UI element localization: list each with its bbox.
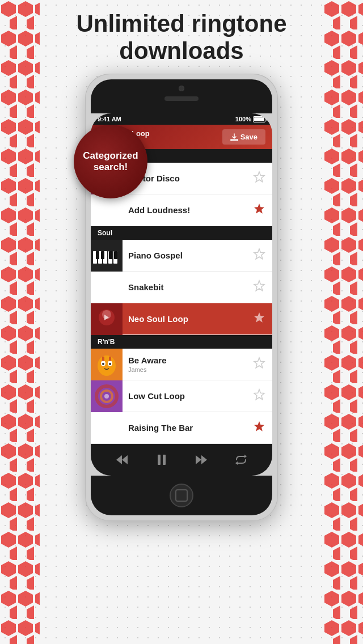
song-info-be-aware: Be Aware James xyxy=(123,355,246,373)
svg-marker-37 xyxy=(254,358,264,368)
song-star-low-cut-loop[interactable] xyxy=(246,388,272,404)
song-item-raising-the-bar[interactable]: Raising The Bar xyxy=(91,412,272,444)
loop-button[interactable] xyxy=(234,453,248,467)
song-info-low-cut-loop: Low Cut Loop xyxy=(123,391,246,401)
song-sub-be-aware: James xyxy=(128,366,240,373)
home-button-inner xyxy=(175,489,188,502)
svg-rect-5 xyxy=(323,0,363,644)
rewind-button[interactable] xyxy=(115,453,129,467)
battery-bar xyxy=(253,116,265,122)
song-thumb-low-cut-loop xyxy=(91,380,123,412)
title-line1: Unlimited ringtone xyxy=(77,10,287,37)
hex-pattern-right xyxy=(323,0,363,644)
song-star-snakebit[interactable] xyxy=(246,279,272,295)
song-star-add-loudness[interactable] xyxy=(246,202,272,218)
page-title: Unlimited ringtone downloads xyxy=(0,10,363,65)
loop-icon xyxy=(234,453,248,467)
battery-percent: 100% xyxy=(235,116,251,122)
svg-rect-18 xyxy=(96,251,99,259)
thumb-tiger-image xyxy=(91,349,123,380)
phone-top xyxy=(91,79,272,113)
hex-pattern-left xyxy=(0,0,40,644)
svg-rect-47 xyxy=(163,455,166,465)
song-item-neo-soul-loop[interactable]: Neo Soul Loop xyxy=(91,303,272,335)
svg-marker-28 xyxy=(254,312,264,323)
phone-speaker xyxy=(164,96,199,101)
song-thumb-none xyxy=(91,194,123,226)
song-info-neo-soul-loop: Neo Soul Loop xyxy=(123,314,246,324)
song-name-neo-soul-loop: Neo Soul Loop xyxy=(128,314,240,324)
svg-marker-44 xyxy=(116,455,122,464)
svg-marker-22 xyxy=(254,249,264,259)
title-line2: downloads xyxy=(119,37,243,64)
song-star-neo-soul-loop[interactable] xyxy=(246,311,272,327)
svg-marker-23 xyxy=(254,281,264,291)
status-bar: 9:41 AM 100% xyxy=(91,113,272,125)
song-item-low-cut-loop[interactable]: Low Cut Loop xyxy=(91,380,272,412)
song-item-add-loudness[interactable]: Add Loudness! xyxy=(91,194,272,226)
svg-marker-10 xyxy=(254,172,264,182)
thumb-swirl-image xyxy=(91,380,123,412)
star-icon xyxy=(253,357,265,369)
song-name-snakebit: Snakebit xyxy=(128,282,240,292)
song-star-factor-disco[interactable] xyxy=(246,171,272,187)
song-star-raising-the-bar[interactable] xyxy=(246,420,272,436)
svg-marker-48 xyxy=(196,455,201,464)
svg-marker-50 xyxy=(244,455,247,458)
song-info-piano-gospel: Piano Gospel xyxy=(123,251,246,260)
thumb-piano-image xyxy=(91,240,123,272)
phone-device: Categorized search! 9:41 AM 100% xyxy=(85,74,278,521)
song-item-snakebit[interactable]: Snakebit xyxy=(91,272,272,303)
song-star-be-aware[interactable] xyxy=(246,357,272,372)
star-filled-icon xyxy=(253,420,265,433)
svg-marker-42 xyxy=(254,389,264,400)
star-icon xyxy=(253,248,265,260)
category-rnb: R'n'B xyxy=(91,335,272,349)
star-icon xyxy=(253,279,265,292)
save-icon xyxy=(230,133,238,141)
status-time: 9:41 AM xyxy=(98,116,121,122)
forward-icon xyxy=(195,453,208,467)
song-name-factor-disco: Factor Disco xyxy=(128,173,240,183)
pause-button[interactable] xyxy=(155,453,168,467)
svg-marker-11 xyxy=(254,204,264,214)
rewind-icon xyxy=(115,453,129,467)
svg-point-34 xyxy=(109,363,111,365)
song-thumb-be-aware xyxy=(91,349,123,380)
category-soul: Soul xyxy=(91,226,272,240)
svg-marker-49 xyxy=(201,455,207,464)
song-name-piano-gospel: Piano Gospel xyxy=(128,251,240,260)
svg-rect-20 xyxy=(109,251,112,259)
song-thumb-piano-gospel xyxy=(91,240,123,272)
svg-marker-43 xyxy=(254,421,264,431)
phone-bottom xyxy=(91,476,272,515)
song-item-piano-gospel[interactable]: Piano Gospel xyxy=(91,240,272,272)
song-star-piano-gospel[interactable] xyxy=(246,248,272,264)
song-info-add-loudness: Add Loudness! xyxy=(123,205,246,215)
song-item-be-aware[interactable]: Be Aware James xyxy=(91,349,272,380)
pause-icon xyxy=(155,453,168,467)
forward-button[interactable] xyxy=(195,453,208,467)
categorized-search-bubble: Categorized search! xyxy=(74,125,147,198)
song-name-raising-the-bar: Raising The Bar xyxy=(128,423,240,433)
song-info-snakebit: Snakebit xyxy=(123,282,246,292)
song-name-low-cut-loop: Low Cut Loop xyxy=(128,391,240,401)
svg-point-41 xyxy=(104,394,109,399)
svg-marker-45 xyxy=(122,455,128,464)
song-thumb-neo-soul-loop xyxy=(91,303,123,335)
song-name-be-aware: Be Aware xyxy=(128,355,240,365)
song-name-add-loudness: Add Loudness! xyxy=(128,205,240,215)
svg-rect-36 xyxy=(109,357,111,361)
battery-indicator: 100% xyxy=(235,116,265,122)
playback-controls xyxy=(91,444,272,476)
save-button[interactable]: Save xyxy=(222,129,265,145)
song-info-raising-the-bar: Raising The Bar xyxy=(123,423,246,433)
star-filled-icon xyxy=(253,202,265,215)
song-thumb-none xyxy=(91,272,123,303)
star-icon xyxy=(253,171,265,183)
svg-rect-21 xyxy=(114,251,117,259)
home-button[interactable] xyxy=(170,484,193,507)
thumb-neo-image xyxy=(91,303,123,335)
svg-point-30 xyxy=(98,355,116,376)
svg-rect-46 xyxy=(158,455,161,465)
